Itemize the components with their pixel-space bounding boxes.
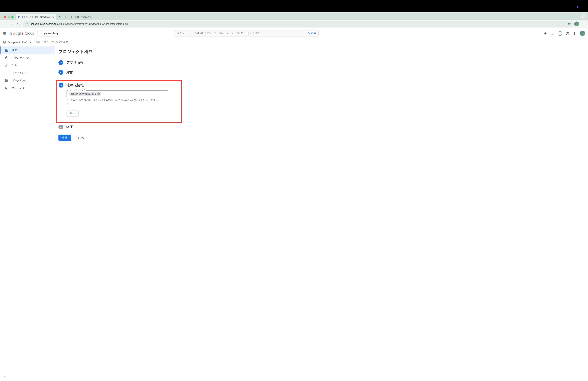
breadcrumb: Google Auth Platform / 概要 / ブランディングの作成 (0, 39, 588, 46)
step-indicator-done-icon (59, 60, 63, 65)
svg-point-29 (5, 74, 6, 74)
site-info-icon[interactable] (25, 22, 29, 25)
next-button[interactable]: 次へ (66, 110, 79, 116)
field-hint: これらのメールアドレスは、プロジェクトの変更について Google からお知らせ… (66, 99, 163, 105)
content-area: プロジェクト構成 アプリ情報 対象 (55, 46, 588, 148)
browser-chrome: プロジェクト構成 – Google Aut ✕ セキュリティ通知 - ishii… (0, 12, 588, 28)
svg-rect-16 (5, 49, 7, 50)
sidenav-item-overview[interactable]: 概要 (0, 46, 55, 54)
cancel-button[interactable]: キャンセル (75, 136, 87, 139)
tab-favicon-gmail-icon (58, 16, 61, 18)
svg-point-12 (574, 32, 575, 33)
step-audience[interactable]: 対象 (59, 70, 182, 75)
svg-point-5 (41, 33, 41, 33)
page-shell: Google Cloud gentaro-blog スラッシュ（/）を使用してリ… (0, 28, 588, 381)
side-nav: 概要 ブランディング 対象 クライアント データアクセス 検証センター (0, 46, 55, 148)
google-cloud-logo[interactable]: Google Cloud (10, 31, 35, 36)
svg-point-8 (42, 34, 42, 34)
project-selector[interactable]: gentaro-blog (37, 30, 61, 37)
list-icon (5, 79, 8, 82)
breadcrumb-current: ブランディングの作成 (44, 41, 68, 44)
step-finish[interactable]: 4 終了 (59, 125, 182, 129)
help-icon[interactable] (565, 31, 569, 35)
step-connector (61, 75, 61, 79)
browser-tab-active[interactable]: プロジェクト構成 – Google Aut ✕ (16, 14, 56, 20)
svg-point-1 (27, 24, 27, 24)
sidenav-item-data-access[interactable]: データアクセス (0, 77, 55, 84)
svg-rect-18 (5, 50, 7, 52)
svg-rect-17 (7, 49, 8, 50)
person-icon (5, 64, 8, 67)
new-tab-button[interactable]: + (98, 15, 102, 20)
console-header: Google Cloud gentaro-blog スラッシュ（/）を使用してリ… (0, 28, 588, 39)
svg-point-7 (41, 34, 41, 34)
gemini-icon[interactable] (543, 31, 547, 35)
svg-point-26 (5, 73, 6, 73)
svg-rect-32 (5, 79, 6, 80)
cloud-shell-icon[interactable] (550, 31, 555, 35)
address-bar[interactable]: console.cloud.google.com/auth/overview/c… (23, 21, 573, 27)
svg-point-3 (583, 24, 583, 24)
window-minimize[interactable] (8, 16, 10, 18)
svg-point-30 (6, 74, 7, 74)
breadcrumb-root[interactable]: Google Auth Platform (8, 41, 31, 44)
nav-reload-icon[interactable] (16, 21, 22, 27)
step-indicator-active: 3 (59, 83, 63, 88)
tab-close-icon[interactable]: ✕ (92, 16, 95, 18)
svg-point-27 (6, 73, 7, 73)
bookmark-star-icon[interactable] (568, 22, 571, 25)
tab-title: セキュリティ通知 - ishiigenichi (62, 16, 91, 19)
svg-point-2 (583, 23, 583, 23)
project-icon (40, 32, 43, 35)
account-avatar[interactable] (580, 31, 585, 36)
macos-titlebar (0, 0, 588, 12)
svg-rect-35 (5, 87, 8, 89)
svg-point-23 (5, 72, 6, 72)
tab-list-chevron-icon[interactable] (581, 14, 586, 19)
sidenav-item-clients[interactable]: クライアント (0, 69, 55, 77)
step-indicator-pending: 4 (59, 125, 63, 129)
svg-rect-33 (5, 80, 6, 81)
breadcrumb-level1[interactable]: 概要 (35, 41, 40, 44)
svg-point-22 (6, 64, 7, 65)
dashboard-icon (5, 48, 8, 52)
nav-back-icon[interactable] (2, 21, 8, 27)
highlighted-step-box: 3 連絡先情報 メールアドレス * ishiigenichi37@gmail.c… (56, 80, 182, 123)
sidenav-item-branding[interactable]: ブランディング (0, 54, 55, 62)
browser-menu-icon[interactable] (580, 21, 586, 27)
more-menu-icon[interactable] (572, 31, 577, 35)
browser-profile-avatar[interactable] (574, 22, 579, 26)
tab-close-icon[interactable]: ✕ (52, 16, 55, 18)
stepper: アプリ情報 対象 3 連絡先情報 (59, 60, 182, 141)
window-maximize[interactable] (11, 16, 14, 18)
header-actions: 2 (543, 31, 585, 36)
browser-tabs: プロジェクト構成 – Google Aut ✕ セキュリティ通知 - ishii… (16, 12, 586, 20)
check-box-icon (5, 86, 8, 90)
svg-rect-34 (5, 81, 6, 82)
chip-remove-icon[interactable]: ✕ (97, 92, 100, 95)
step-indicator-done-icon (59, 70, 63, 75)
search-button[interactable]: 検索 (305, 30, 319, 37)
search-input[interactable]: スラッシュ（/）を使用してリソース、ドキュメント、プロダクトなどを検索 (174, 30, 305, 37)
search-wrap: スラッシュ（/）を使用してリソース、ドキュメント、プロダクトなどを検索 検索 (174, 30, 319, 37)
main-layout: 概要 ブランディング 対象 クライアント データアクセス 検証センター (0, 46, 588, 148)
tab-favicon-shield-icon (17, 16, 20, 18)
sidenav-item-audience[interactable]: 対象 (0, 62, 55, 69)
svg-rect-19 (7, 50, 8, 52)
sidenav-item-verification[interactable]: 検証センター (0, 84, 55, 92)
step-app-info[interactable]: アプリ情報 (59, 60, 182, 65)
sidenav-collapse-icon[interactable] (3, 375, 6, 378)
email-chip: ishiigenichi37@gmail.com ✕ (68, 92, 102, 96)
branding-icon (5, 56, 8, 60)
browser-toolbar: console.cloud.google.com/auth/overview/c… (0, 20, 588, 28)
window-close[interactable] (4, 16, 6, 18)
create-button[interactable]: 作成 (59, 134, 71, 141)
browser-tab[interactable]: セキュリティ通知 - ishiigenichi ✕ (56, 14, 96, 20)
tab-strip: プロジェクト構成 – Google Aut ✕ セキュリティ通知 - ishii… (0, 12, 588, 20)
step-body: メールアドレス * ishiigenichi37@gmail.com ✕ これら… (66, 90, 179, 116)
apps-icon (5, 71, 8, 75)
notification-badge[interactable]: 2 (558, 31, 562, 36)
svg-rect-10 (551, 32, 554, 34)
hamburger-menu-icon[interactable] (3, 31, 7, 35)
page-title: プロジェクト構成 (59, 49, 581, 54)
